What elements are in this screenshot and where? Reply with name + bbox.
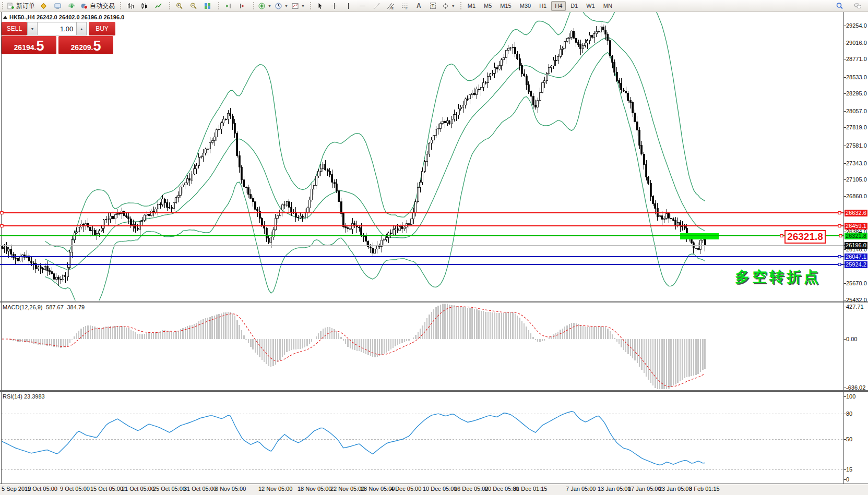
channel-button[interactable]: E bbox=[384, 1, 398, 11]
charts-button[interactable] bbox=[37, 1, 51, 11]
indicators-icon bbox=[258, 2, 266, 10]
time-tick-label: 31 Dec 01:15 bbox=[513, 486, 547, 492]
tab-timeframe-H4[interactable]: H4 bbox=[551, 1, 566, 11]
price-tick-label: 27105.0 bbox=[846, 176, 867, 183]
auto-scroll-button[interactable] bbox=[221, 1, 235, 11]
time-tick-label: 10 Dec 05:00 bbox=[423, 486, 457, 492]
price-badge: 26196.0 bbox=[845, 242, 867, 249]
buy-price-button[interactable]: 26209. 5 bbox=[58, 36, 113, 54]
candle-chart-button[interactable] bbox=[137, 1, 151, 11]
rsi-tick-label: 80 bbox=[846, 411, 852, 417]
zoom-out-button[interactable] bbox=[186, 1, 200, 11]
hline-button[interactable] bbox=[355, 1, 370, 11]
price-tick-label: 29016.0 bbox=[846, 40, 867, 46]
drag-grip-icon[interactable] bbox=[253, 2, 254, 9]
buy-price-main: 26209. bbox=[71, 42, 93, 53]
market-watch-button[interactable] bbox=[51, 1, 65, 11]
signals-button[interactable] bbox=[65, 1, 79, 11]
tab-timeframe-W1[interactable]: W1 bbox=[582, 1, 599, 11]
new-order-button[interactable]: 新订单 bbox=[5, 1, 37, 11]
indicators-button[interactable]: ▼ bbox=[256, 1, 273, 11]
toolbar-group bbox=[167, 0, 216, 11]
time-tick-label: 3 Feb 01:15 bbox=[689, 486, 720, 492]
drag-grip-icon[interactable] bbox=[169, 2, 170, 9]
drag-grip-icon[interactable] bbox=[218, 2, 219, 9]
rsi-tick-label: 50 bbox=[846, 436, 852, 442]
price-tick-label: 25432.0 bbox=[846, 297, 867, 303]
chart-title: HK50-,H4 26242.0 26402.0 26196.0 26196.0 bbox=[3, 14, 124, 20]
fibonacci-icon: F bbox=[401, 2, 409, 10]
time-tick-label: 16 Dec 05:00 bbox=[454, 486, 488, 492]
sell-button[interactable]: SELL bbox=[2, 22, 27, 35]
macd-tick-label: 427.71 bbox=[846, 304, 864, 310]
templates-icon bbox=[291, 2, 299, 10]
time-tick-label: 4 Dec 05:00 bbox=[390, 486, 421, 492]
drag-grip-icon[interactable] bbox=[460, 2, 461, 9]
volume-increase-button[interactable]: ▲ bbox=[76, 22, 87, 35]
time-tick-label: 17 Jan 05:00 bbox=[628, 486, 661, 492]
toolbar-group: EFAT▼ bbox=[308, 0, 458, 11]
autotrade-button[interactable]: 自动交易 bbox=[79, 1, 116, 11]
tab-timeframe-M1[interactable]: M1 bbox=[464, 1, 479, 11]
text-label-button[interactable]: T bbox=[426, 1, 440, 11]
tab-timeframe-H1[interactable]: H1 bbox=[536, 1, 550, 11]
time-tick-label: 9 Oct 05:00 bbox=[60, 486, 90, 492]
templates-button[interactable]: ▼ bbox=[290, 1, 306, 11]
toolbar-groups: 新订单自动交易▼▼▼EFAT▼M1M5M15M30H1H4D1W1MN bbox=[0, 0, 618, 11]
price-level-callout[interactable]: 26321.8 bbox=[784, 230, 826, 244]
price-tick-label: 26860.0 bbox=[846, 193, 867, 199]
arrows-button[interactable]: ▼ bbox=[440, 1, 457, 11]
time-tick-label: 28 Nov 05:00 bbox=[361, 486, 395, 492]
chart-text-annotation: 多空转折点 bbox=[735, 267, 821, 287]
tab-timeframe-M30[interactable]: M30 bbox=[516, 1, 534, 11]
search-icon bbox=[836, 2, 843, 10]
price-tick-label: 28771.0 bbox=[846, 56, 867, 62]
price-badge: 25924.2 bbox=[845, 261, 867, 268]
text-button[interactable]: A bbox=[412, 1, 426, 11]
drag-grip-icon[interactable] bbox=[2, 2, 3, 9]
trendline-button[interactable] bbox=[370, 1, 384, 11]
price-tick-label: 27819.0 bbox=[846, 124, 867, 130]
collapse-panel-icon[interactable] bbox=[3, 16, 7, 19]
drag-grip-icon[interactable] bbox=[120, 2, 121, 9]
drag-grip-icon[interactable] bbox=[310, 2, 311, 9]
crosshair-button[interactable] bbox=[327, 1, 341, 11]
vline-button[interactable] bbox=[341, 1, 355, 11]
volume-input[interactable]: 1.00 bbox=[38, 22, 77, 35]
arrows-icon bbox=[442, 2, 449, 10]
tab-timeframe-MN[interactable]: MN bbox=[600, 1, 616, 11]
cursor-button[interactable] bbox=[313, 1, 327, 11]
buy-button[interactable]: BUY bbox=[89, 22, 115, 35]
search-button[interactable] bbox=[833, 1, 847, 11]
volume-decrease-button[interactable]: ▼ bbox=[27, 22, 38, 35]
chevron-down-icon: ▼ bbox=[30, 27, 34, 31]
zoom-in-button[interactable] bbox=[172, 1, 186, 11]
autotrade-label: 自动交易 bbox=[90, 2, 115, 10]
zoom-in-icon bbox=[175, 2, 183, 10]
charts-icon bbox=[40, 2, 47, 10]
chat-button[interactable] bbox=[851, 1, 865, 11]
toolbar-right bbox=[833, 0, 865, 11]
tab-timeframe-M5[interactable]: M5 bbox=[480, 1, 495, 11]
bar-chart-icon bbox=[126, 2, 134, 10]
tile-windows-button[interactable] bbox=[200, 1, 215, 11]
sell-price-button[interactable]: 26194. 5 bbox=[2, 36, 56, 54]
time-tick-label: 2 Oct 05:00 bbox=[28, 486, 57, 492]
text-label-icon: T bbox=[430, 3, 436, 9]
time-tick-label: 22 Nov 05:00 bbox=[330, 486, 364, 492]
periods-button[interactable]: ▼ bbox=[273, 1, 290, 11]
svg-text:F: F bbox=[406, 6, 408, 10]
time-tick-label: 25 Oct 05:00 bbox=[153, 486, 186, 492]
chart-shift-button[interactable] bbox=[235, 1, 249, 11]
one-click-trading-panel: SELL ▼ 1.00 ▲ BUY 26194. 5 26209. 5 bbox=[2, 22, 115, 54]
line-chart-icon bbox=[154, 2, 162, 10]
rsi-tick-label: 15 bbox=[846, 466, 852, 473]
bar-chart-button[interactable] bbox=[123, 1, 137, 11]
tab-timeframe-D1[interactable]: D1 bbox=[567, 1, 581, 11]
timeframe-group: M1M5M15M30H1H4D1W1MN bbox=[458, 0, 618, 11]
fibonacci-button[interactable]: F bbox=[398, 1, 412, 11]
tab-timeframe-M15[interactable]: M15 bbox=[496, 1, 515, 11]
buy-price-pip: 5 bbox=[93, 39, 101, 53]
candle-chart-icon bbox=[140, 2, 148, 10]
line-chart-button[interactable] bbox=[151, 1, 165, 11]
